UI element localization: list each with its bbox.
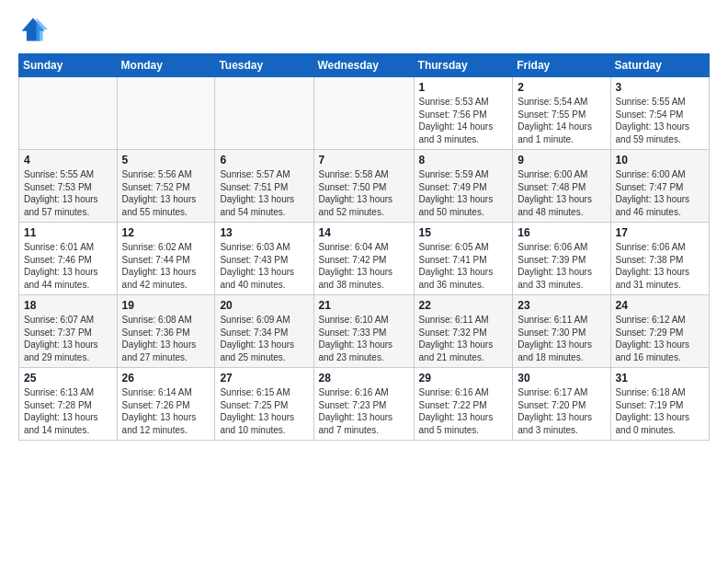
day-info: Sunrise: 5:53 AM Sunset: 7:56 PM Dayligh…: [419, 96, 509, 145]
day-info: Sunrise: 6:15 AM Sunset: 7:25 PM Dayligh…: [220, 386, 309, 436]
day-info: Sunrise: 6:10 AM Sunset: 7:33 PM Dayligh…: [319, 314, 410, 363]
column-header-tuesday: Tuesday: [215, 54, 313, 77]
day-info: Sunrise: 5:57 AM Sunset: 7:51 PM Dayligh…: [220, 168, 309, 218]
day-info: Sunrise: 6:17 AM Sunset: 7:20 PM Dayligh…: [518, 386, 606, 436]
day-info: Sunrise: 6:00 AM Sunset: 7:47 PM Dayligh…: [616, 168, 705, 218]
day-number: 9: [518, 154, 606, 167]
day-info: Sunrise: 6:02 AM Sunset: 7:44 PM Dayligh…: [122, 241, 211, 291]
calendar-week-row: 4Sunrise: 5:55 AM Sunset: 7:53 PM Daylig…: [19, 150, 710, 223]
day-number: 19: [122, 299, 211, 312]
column-header-sunday: Sunday: [19, 54, 118, 77]
day-info: Sunrise: 6:00 AM Sunset: 7:48 PM Dayligh…: [518, 168, 606, 218]
day-number: 14: [319, 226, 410, 239]
logo-icon: [18, 15, 48, 44]
calendar-day-cell: 4Sunrise: 5:55 AM Sunset: 7:53 PM Daylig…: [19, 150, 118, 223]
calendar-day-cell: 27Sunrise: 6:15 AM Sunset: 7:25 PM Dayli…: [215, 368, 313, 441]
calendar-day-cell: 15Sunrise: 6:05 AM Sunset: 7:41 PM Dayli…: [414, 223, 513, 295]
day-number: 28: [319, 372, 410, 385]
calendar-day-cell: [117, 77, 215, 150]
day-number: 15: [419, 226, 509, 239]
day-number: 3: [616, 81, 705, 94]
calendar-header-row: SundayMondayTuesdayWednesdayThursdayFrid…: [19, 54, 710, 77]
day-info: Sunrise: 5:54 AM Sunset: 7:55 PM Dayligh…: [518, 96, 606, 145]
day-info: Sunrise: 6:09 AM Sunset: 7:34 PM Dayligh…: [220, 314, 309, 363]
calendar-day-cell: 5Sunrise: 5:56 AM Sunset: 7:52 PM Daylig…: [117, 150, 215, 223]
day-info: Sunrise: 6:11 AM Sunset: 7:30 PM Dayligh…: [518, 314, 606, 363]
column-header-monday: Monday: [117, 54, 215, 77]
day-number: 18: [24, 299, 113, 312]
day-number: 2: [518, 81, 606, 94]
day-number: 13: [220, 226, 309, 239]
day-number: 31: [616, 372, 705, 385]
calendar-day-cell: 17Sunrise: 6:06 AM Sunset: 7:38 PM Dayli…: [610, 223, 709, 295]
day-info: Sunrise: 6:07 AM Sunset: 7:37 PM Dayligh…: [24, 314, 113, 363]
day-info: Sunrise: 6:04 AM Sunset: 7:42 PM Dayligh…: [319, 241, 410, 291]
day-number: 20: [220, 299, 309, 312]
calendar-day-cell: 20Sunrise: 6:09 AM Sunset: 7:34 PM Dayli…: [215, 295, 313, 368]
calendar-day-cell: 30Sunrise: 6:17 AM Sunset: 7:20 PM Dayli…: [513, 368, 610, 441]
day-number: 29: [419, 372, 509, 385]
calendar-day-cell: 11Sunrise: 6:01 AM Sunset: 7:46 PM Dayli…: [19, 223, 118, 295]
page: SundayMondayTuesdayWednesdayThursdayFrid…: [0, 0, 728, 450]
calendar-day-cell: 31Sunrise: 6:18 AM Sunset: 7:19 PM Dayli…: [610, 368, 709, 441]
day-number: 8: [419, 154, 509, 167]
calendar-week-row: 18Sunrise: 6:07 AM Sunset: 7:37 PM Dayli…: [19, 295, 710, 368]
day-number: 21: [319, 299, 410, 312]
calendar-table: SundayMondayTuesdayWednesdayThursdayFrid…: [18, 53, 710, 441]
calendar-day-cell: 19Sunrise: 6:08 AM Sunset: 7:36 PM Dayli…: [117, 295, 215, 368]
column-header-thursday: Thursday: [414, 54, 513, 77]
day-number: 4: [24, 154, 113, 167]
calendar-day-cell: 10Sunrise: 6:00 AM Sunset: 7:47 PM Dayli…: [610, 150, 709, 223]
calendar-week-row: 1Sunrise: 5:53 AM Sunset: 7:56 PM Daylig…: [19, 77, 710, 150]
logo: [18, 15, 51, 44]
day-number: 17: [616, 226, 705, 239]
day-number: 5: [122, 154, 211, 167]
calendar-day-cell: 7Sunrise: 5:58 AM Sunset: 7:50 PM Daylig…: [313, 150, 414, 223]
day-number: 25: [24, 372, 113, 385]
calendar-day-cell: 21Sunrise: 6:10 AM Sunset: 7:33 PM Dayli…: [313, 295, 414, 368]
day-number: 24: [616, 299, 705, 312]
day-info: Sunrise: 6:12 AM Sunset: 7:29 PM Dayligh…: [616, 314, 705, 363]
calendar-day-cell: 25Sunrise: 6:13 AM Sunset: 7:28 PM Dayli…: [19, 368, 118, 441]
calendar-day-cell: 29Sunrise: 6:16 AM Sunset: 7:22 PM Dayli…: [414, 368, 513, 441]
day-info: Sunrise: 6:13 AM Sunset: 7:28 PM Dayligh…: [24, 386, 113, 436]
day-info: Sunrise: 6:16 AM Sunset: 7:23 PM Dayligh…: [319, 386, 410, 436]
column-header-saturday: Saturday: [610, 54, 709, 77]
day-info: Sunrise: 6:18 AM Sunset: 7:19 PM Dayligh…: [616, 386, 705, 436]
calendar-week-row: 11Sunrise: 6:01 AM Sunset: 7:46 PM Dayli…: [19, 223, 710, 295]
day-info: Sunrise: 6:06 AM Sunset: 7:39 PM Dayligh…: [518, 241, 606, 291]
calendar-day-cell: 8Sunrise: 5:59 AM Sunset: 7:49 PM Daylig…: [414, 150, 513, 223]
column-header-friday: Friday: [513, 54, 610, 77]
day-number: 26: [122, 372, 211, 385]
calendar-day-cell: 13Sunrise: 6:03 AM Sunset: 7:43 PM Dayli…: [215, 223, 313, 295]
calendar-day-cell: [313, 77, 414, 150]
calendar-day-cell: [215, 77, 313, 150]
day-info: Sunrise: 5:56 AM Sunset: 7:52 PM Dayligh…: [122, 168, 211, 218]
day-info: Sunrise: 5:55 AM Sunset: 7:54 PM Dayligh…: [616, 96, 705, 145]
column-header-wednesday: Wednesday: [313, 54, 414, 77]
day-number: 11: [24, 226, 113, 239]
day-info: Sunrise: 6:16 AM Sunset: 7:22 PM Dayligh…: [419, 386, 509, 436]
day-info: Sunrise: 6:01 AM Sunset: 7:46 PM Dayligh…: [24, 241, 113, 291]
calendar-day-cell: 12Sunrise: 6:02 AM Sunset: 7:44 PM Dayli…: [117, 223, 215, 295]
calendar-day-cell: 23Sunrise: 6:11 AM Sunset: 7:30 PM Dayli…: [513, 295, 610, 368]
calendar-day-cell: 22Sunrise: 6:11 AM Sunset: 7:32 PM Dayli…: [414, 295, 513, 368]
calendar-day-cell: 1Sunrise: 5:53 AM Sunset: 7:56 PM Daylig…: [414, 77, 513, 150]
calendar-day-cell: 28Sunrise: 6:16 AM Sunset: 7:23 PM Dayli…: [313, 368, 414, 441]
day-number: 10: [616, 154, 705, 167]
day-number: 27: [220, 372, 309, 385]
day-number: 12: [122, 226, 211, 239]
day-info: Sunrise: 6:06 AM Sunset: 7:38 PM Dayligh…: [616, 241, 705, 291]
day-info: Sunrise: 5:58 AM Sunset: 7:50 PM Dayligh…: [319, 168, 410, 218]
day-info: Sunrise: 6:11 AM Sunset: 7:32 PM Dayligh…: [419, 314, 509, 363]
calendar-day-cell: 26Sunrise: 6:14 AM Sunset: 7:26 PM Dayli…: [117, 368, 215, 441]
calendar-day-cell: 2Sunrise: 5:54 AM Sunset: 7:55 PM Daylig…: [513, 77, 610, 150]
day-info: Sunrise: 6:08 AM Sunset: 7:36 PM Dayligh…: [122, 314, 211, 363]
calendar-day-cell: 18Sunrise: 6:07 AM Sunset: 7:37 PM Dayli…: [19, 295, 118, 368]
day-number: 7: [319, 154, 410, 167]
day-number: 30: [518, 372, 606, 385]
day-number: 6: [220, 154, 309, 167]
day-info: Sunrise: 6:14 AM Sunset: 7:26 PM Dayligh…: [122, 386, 211, 436]
day-number: 1: [419, 81, 509, 94]
day-number: 23: [518, 299, 606, 312]
